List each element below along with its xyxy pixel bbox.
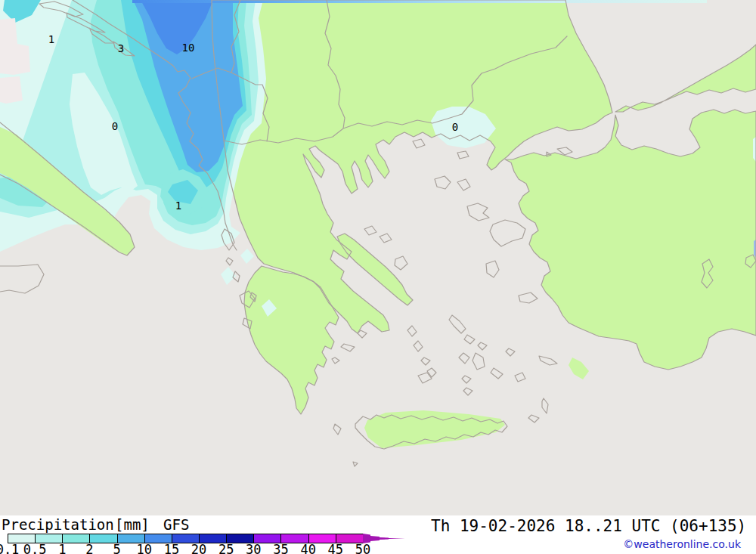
legend-bar: Precipitation [mm] GFS 0.10.512510152025…	[0, 515, 756, 554]
contour-label: 1	[175, 200, 181, 212]
contour-label: 0	[112, 120, 118, 132]
forecast-datetime: Th 19-02-2026 18..21 UTC (06+135)	[431, 517, 746, 535]
italy-dry-patch-2	[0, 76, 23, 104]
scale-tick-label: 5	[113, 542, 120, 554]
contour-label: 0	[452, 121, 458, 133]
copyright-link[interactable]: ©weatheronline.co.uk	[623, 538, 741, 550]
scale-tick-label: 0.5	[23, 542, 47, 554]
scale-tick-labels: 0.10.5125101520253035404550	[0, 542, 423, 554]
contour-label: 3	[118, 42, 124, 54]
scale-tick-label: 20	[191, 542, 206, 554]
scale-tick-label: 1	[58, 542, 66, 554]
contour-label: 1	[48, 33, 54, 45]
scale-tick-label: 15	[164, 542, 179, 554]
scale-tick-label: 35	[273, 542, 288, 554]
map-area[interactable]: 1 3 10 0 1 0	[0, 0, 756, 515]
legend-model-name: GFS	[163, 516, 189, 533]
scale-tick-label: 2	[85, 542, 93, 554]
scale-tick-label: 25	[218, 542, 234, 554]
precipitation-map-svg: 1 3 10 0 1 0	[0, 0, 756, 515]
scale-tick-label: 0.1	[0, 542, 19, 554]
legend-unit: [mm]	[115, 516, 150, 533]
scale-tick-label: 30	[246, 542, 261, 554]
scale-tick-label: 45	[328, 542, 343, 554]
scale-tick-label: 10	[137, 542, 152, 554]
scale-tick-label: 50	[355, 542, 370, 554]
legend-title: Precipitation	[2, 516, 114, 533]
weather-map-page: 1 3 10 0 1 0 Precipitation [mm] GFS 0.10…	[0, 0, 756, 554]
contour-label: 10	[182, 42, 195, 54]
scale-tick-label: 40	[300, 542, 315, 554]
